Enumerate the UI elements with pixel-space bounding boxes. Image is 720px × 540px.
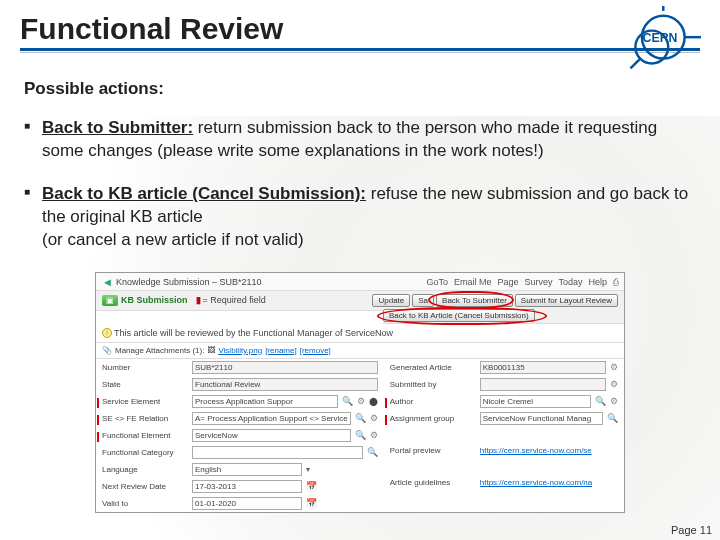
kb-badge-icon: ▣ bbox=[102, 295, 118, 306]
lookup-icon[interactable]: 🔍 bbox=[355, 413, 366, 423]
header: Functional Review CERN bbox=[0, 0, 720, 61]
label-author: Author bbox=[390, 397, 476, 406]
page-number: Page 11 bbox=[671, 524, 712, 536]
kb-submission-label: KB Submission bbox=[121, 295, 188, 305]
survey-link[interactable]: Survey bbox=[524, 277, 552, 287]
badge-icon: ⬤ bbox=[369, 397, 378, 406]
breadcrumb: Knowledge Submission – SUB*2110 bbox=[116, 277, 262, 287]
gear-icon[interactable]: ⚙ bbox=[610, 379, 618, 389]
label-submitted-by: Submitted by bbox=[390, 380, 476, 389]
back-to-kb-button[interactable]: Back to KB Article (Cancel Submission) bbox=[383, 309, 535, 322]
page-title: Functional Review bbox=[20, 12, 700, 46]
label-se-fe-relation: SE <> FE Relation bbox=[102, 414, 188, 423]
lookup-icon[interactable]: 🔍 bbox=[367, 447, 378, 457]
label-valid-to: Valid to bbox=[102, 499, 188, 508]
mock-attachments: 📎 Manage Attachments (1): 🖼 Visibility.p… bbox=[96, 343, 624, 359]
label-generated-article: Generated Article bbox=[390, 363, 476, 372]
attachment-rename-link[interactable]: [rename] bbox=[265, 346, 297, 355]
input-service-element[interactable]: Process Application Suppor bbox=[192, 395, 338, 408]
input-number: SUB*2110 bbox=[192, 361, 378, 374]
label-next-review-date: Next Review Date bbox=[102, 482, 188, 491]
chevron-down-icon[interactable]: ▾ bbox=[306, 465, 310, 474]
label-functional-category: Functional Category bbox=[102, 448, 188, 457]
gear-icon[interactable]: ⚙ bbox=[610, 362, 618, 372]
mock-actionbar-row2: Back to KB Article (Cancel Submission) bbox=[383, 310, 624, 324]
mock-note-text: This article will be reviewed by the Fun… bbox=[114, 328, 393, 338]
form-left-col: NumberSUB*2110 StateFunctional Review Se… bbox=[96, 359, 384, 512]
required-bar-icon: ▮ bbox=[196, 295, 201, 305]
header-rule-grey bbox=[20, 52, 700, 53]
action-label: Back to KB article (Cancel Submission): bbox=[42, 184, 366, 203]
label-language: Language bbox=[102, 465, 188, 474]
label-article-guidelines: Article guidelines bbox=[390, 478, 476, 487]
submit-layout-review-button[interactable]: Submit for Layout Review bbox=[515, 294, 618, 307]
input-valid-to[interactable]: 01-01-2020 bbox=[192, 497, 302, 510]
gear-icon[interactable]: ⚙ bbox=[370, 413, 378, 423]
input-author[interactable]: Nicole Cremel bbox=[480, 395, 591, 408]
lookup-icon[interactable]: 🔍 bbox=[355, 430, 366, 440]
info-icon: i bbox=[102, 328, 112, 338]
label-portal-preview: Portal preview bbox=[390, 446, 476, 455]
action-list: Back to Submitter: return submission bac… bbox=[24, 117, 696, 252]
input-submitted-by bbox=[480, 378, 606, 391]
article-guidelines-link[interactable]: https://cern.service-now.com/na bbox=[480, 478, 593, 487]
image-icon: 🖼 bbox=[207, 346, 215, 355]
label-service-element: Service Element bbox=[102, 397, 188, 406]
label-state: State bbox=[102, 380, 188, 389]
gear-icon[interactable]: ⚙ bbox=[357, 396, 365, 406]
print-icon[interactable]: ⎙ bbox=[613, 277, 618, 287]
update-button[interactable]: Update bbox=[372, 294, 410, 307]
input-assignment-group[interactable]: ServiceNow Functional Manag bbox=[480, 412, 603, 425]
header-rule-blue bbox=[20, 48, 700, 51]
portal-preview-link[interactable]: https://cern.service-now.com/se bbox=[480, 446, 592, 455]
subheading: Possible actions: bbox=[24, 79, 696, 99]
label-number: Number bbox=[102, 363, 188, 372]
action-item-back-to-submitter: Back to Submitter: return submission bac… bbox=[24, 117, 696, 163]
input-language[interactable]: English bbox=[192, 463, 302, 476]
save-button[interactable]: Sa bbox=[412, 294, 434, 307]
attachment-file-link[interactable]: Visibility.png bbox=[218, 346, 262, 355]
lookup-icon[interactable]: 🔍 bbox=[595, 396, 606, 406]
input-functional-category[interactable] bbox=[192, 446, 363, 459]
screenshot-mock: ◄ Knowledge Submission – SUB*2110 GoTo E… bbox=[95, 272, 625, 513]
lookup-icon[interactable]: 🔍 bbox=[342, 396, 353, 406]
today-link[interactable]: Today bbox=[558, 277, 582, 287]
action-item-back-to-kb: Back to KB article (Cancel Submission): … bbox=[24, 183, 696, 252]
gear-icon[interactable]: ⚙ bbox=[610, 396, 618, 406]
mock-note: i This article will be reviewed by the F… bbox=[96, 324, 624, 343]
mock-topbar: ◄ Knowledge Submission – SUB*2110 GoTo E… bbox=[96, 273, 624, 291]
page-link[interactable]: Page bbox=[497, 277, 518, 287]
emailme-link[interactable]: Email Me bbox=[454, 277, 492, 287]
input-generated-article: KB0001135 bbox=[480, 361, 606, 374]
input-next-review-date[interactable]: 17-03-2013 bbox=[192, 480, 302, 493]
lookup-icon[interactable]: 🔍 bbox=[607, 413, 618, 423]
paperclip-icon[interactable]: 📎 bbox=[102, 346, 112, 355]
attachments-label: Manage Attachments (1): bbox=[115, 346, 204, 355]
label-functional-element: Functional Element bbox=[102, 431, 188, 440]
input-functional-element[interactable]: ServiceNow bbox=[192, 429, 351, 442]
gear-icon[interactable]: ⚙ bbox=[370, 430, 378, 440]
help-link[interactable]: Help bbox=[588, 277, 607, 287]
goto-link[interactable]: GoTo bbox=[426, 277, 448, 287]
input-state: Functional Review bbox=[192, 378, 378, 391]
back-arrow-icon[interactable]: ◄ bbox=[102, 276, 113, 288]
input-se-fe-relation[interactable]: A= Process Application Support <> Servic… bbox=[192, 412, 351, 425]
form-grid: NumberSUB*2110 StateFunctional Review Se… bbox=[96, 359, 624, 512]
form-right-col: Generated ArticleKB0001135⚙ Submitted by… bbox=[384, 359, 624, 512]
calendar-icon[interactable]: 📅 bbox=[306, 498, 317, 508]
required-note: = Required field bbox=[203, 295, 266, 305]
mock-actionbar: ▣ KB Submission ▮ = Required field Updat… bbox=[96, 291, 624, 311]
action-label: Back to Submitter: bbox=[42, 118, 193, 137]
svg-text:CERN: CERN bbox=[643, 31, 678, 45]
calendar-icon[interactable]: 📅 bbox=[306, 481, 317, 491]
back-to-submitter-button[interactable]: Back To Submitter bbox=[436, 294, 513, 307]
label-assignment-group: Assignment group bbox=[390, 414, 476, 423]
content: Possible actions: Back to Submitter: ret… bbox=[0, 61, 720, 252]
attachment-remove-link[interactable]: [remove] bbox=[300, 346, 331, 355]
